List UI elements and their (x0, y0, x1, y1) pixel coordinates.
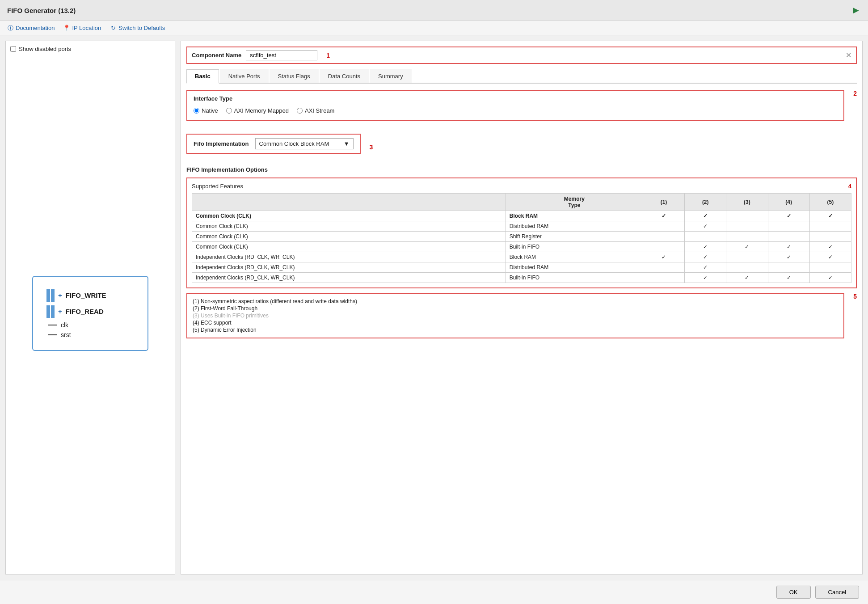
app-logo: ► (851, 4, 861, 16)
cell-c2-3: ✓ (685, 242, 726, 252)
radio-axi-memory[interactable]: AXI Memory Mapped (226, 107, 289, 114)
annotation-3: 3 (370, 144, 373, 151)
app-title: FIFO Generator (13.2) (7, 7, 76, 14)
col-name-header (192, 194, 506, 211)
radio-axi-stream-label: AXI Stream (305, 107, 334, 114)
dropdown-arrow-icon: ▼ (344, 140, 350, 147)
cell-c4-0: ✓ (768, 211, 809, 221)
cell-c4-3: ✓ (768, 242, 809, 252)
cell-name-2: Common Clock (CLK) (192, 232, 506, 242)
ip-location-link[interactable]: 📍 IP Location (63, 25, 101, 31)
radio-native-input[interactable] (194, 108, 199, 114)
show-disabled-checkbox[interactable] (10, 46, 16, 52)
cell-memory-0: Block RAM (506, 211, 643, 221)
sf-title-text: Supported Features (192, 183, 243, 190)
cell-name-5: Independent Clocks (RD_CLK, WR_CLK) (192, 262, 506, 273)
right-panel: Component Name 1 ✕ Basic Native Ports St… (181, 41, 863, 574)
close-icon[interactable]: ✕ (846, 51, 851, 59)
table-row: Common Clock (CLK) Built-in FIFO ✓ ✓ ✓ ✓ (192, 242, 851, 252)
col-memory-header: MemoryType (506, 194, 643, 211)
documentation-link[interactable]: ⓘ Documentation (7, 25, 55, 31)
annotation-4: 4 (848, 183, 851, 190)
table-header-row: MemoryType (1) (2) (3) (4) (5) (192, 194, 851, 211)
bar4 (51, 305, 55, 318)
bar1 (46, 289, 50, 302)
impl-options-title: FIFO Implementation Options (186, 166, 857, 173)
cell-c5-1 (809, 221, 851, 232)
cell-name-3: Common Clock (CLK) (192, 242, 506, 252)
cell-c5-6: ✓ (809, 273, 851, 283)
info-icon: ⓘ (7, 25, 13, 31)
cell-memory-1: Distributed RAM (506, 221, 643, 232)
cell-c2-5: ✓ (685, 262, 726, 273)
toolbar: ⓘ Documentation 📍 IP Location ↻ Switch t… (0, 21, 868, 35)
ok-button[interactable]: OK (776, 586, 811, 599)
table-row: Common Clock (CLK) Shift Register (192, 232, 851, 242)
footnote-4: (4) ECC support (193, 320, 838, 326)
cell-c3-1 (726, 221, 768, 232)
table-row: Common Clock (CLK) Block RAM ✓ ✓ ✓ ✓ (192, 211, 851, 221)
supported-features-box: Supported Features 4 MemoryType (1) ( (186, 177, 857, 288)
radio-native-label: Native (202, 107, 218, 114)
footnote-1: (1) Non-symmetric aspect ratios (differe… (193, 298, 838, 304)
cell-c1-2 (643, 232, 684, 242)
cell-c2-1: ✓ (685, 221, 726, 232)
tab-data-counts[interactable]: Data Counts (320, 69, 369, 83)
bar3 (46, 305, 50, 318)
col-5-header: (5) (809, 194, 851, 211)
fifo-read-label: FIFO_READ (66, 308, 104, 315)
annotation-5: 5 (853, 293, 857, 300)
refresh-icon: ↻ (110, 25, 116, 31)
main-content: Show disabled ports + FIFO_WRITE (0, 35, 868, 580)
cell-c3-2 (726, 232, 768, 242)
title-bar: FIFO Generator (13.2) ► (0, 0, 868, 21)
bottom-bar: OK Cancel (0, 580, 868, 604)
cell-c5-4: ✓ (809, 252, 851, 262)
col-2-header: (2) (685, 194, 726, 211)
radio-axi-stream-input[interactable] (297, 108, 303, 114)
cell-c5-5 (809, 262, 851, 273)
component-name-label: Component Name (192, 52, 241, 59)
tab-summary[interactable]: Summary (370, 69, 412, 83)
component-name-input[interactable] (246, 50, 317, 60)
switch-defaults-link[interactable]: ↻ Switch to Defaults (110, 25, 165, 31)
radio-axi-memory-input[interactable] (226, 108, 232, 114)
tab-basic[interactable]: Basic (186, 69, 219, 84)
fifo-write-port: + FIFO_WRITE (46, 289, 134, 302)
cell-c1-1 (643, 221, 684, 232)
table-row: Independent Clocks (RD_CLK, WR_CLK) Bloc… (192, 252, 851, 262)
cancel-button[interactable]: Cancel (815, 586, 859, 599)
col-1-header: (1) (643, 194, 684, 211)
cell-c4-5 (768, 262, 809, 273)
radio-native[interactable]: Native (194, 107, 218, 114)
footnote-3: (3) Uses Built-in FIFO primitives (193, 313, 838, 319)
cell-c1-5 (643, 262, 684, 273)
footnotes-box: (1) Non-symmetric aspect ratios (differe… (186, 293, 844, 338)
clk-label: clk (61, 321, 68, 329)
cell-c2-2 (685, 232, 726, 242)
bar2 (51, 289, 55, 302)
tab-status-flags[interactable]: Status Flags (270, 69, 319, 83)
cell-memory-4: Block RAM (506, 252, 643, 262)
fifo-impl-select[interactable]: Common Clock Block RAM ▼ (255, 138, 354, 149)
cell-c1-0: ✓ (643, 211, 684, 221)
annotation-2: 2 (853, 90, 857, 97)
fifo-impl-selected: Common Clock Block RAM (259, 140, 329, 147)
cell-name-6: Independent Clocks (RD_CLK, WR_CLK) (192, 273, 506, 283)
component-name-row: Component Name 1 ✕ (186, 46, 857, 64)
tab-native-ports[interactable]: Native Ports (220, 69, 269, 83)
diagram-area: + FIFO_WRITE + FIFO_READ clk (10, 57, 170, 570)
interface-type-radios: Native AXI Memory Mapped AXI Stream (194, 106, 837, 116)
footnote-5: (5) Dynamic Error Injection (193, 327, 838, 333)
cell-c3-4 (726, 252, 768, 262)
sf-title: Supported Features 4 (192, 183, 851, 190)
supported-features-wrapper: Supported Features 4 MemoryType (1) ( (186, 177, 857, 338)
impl-options-section: FIFO Implementation Options Supported Fe… (186, 166, 857, 338)
radio-axi-stream[interactable]: AXI Stream (297, 107, 334, 114)
fifo-read-port: + FIFO_READ (46, 305, 134, 318)
cell-c3-6: ✓ (726, 273, 768, 283)
interface-type-title: Interface Type (194, 95, 837, 102)
cell-c1-6 (643, 273, 684, 283)
cell-c2-6: ✓ (685, 273, 726, 283)
cell-c5-3: ✓ (809, 242, 851, 252)
